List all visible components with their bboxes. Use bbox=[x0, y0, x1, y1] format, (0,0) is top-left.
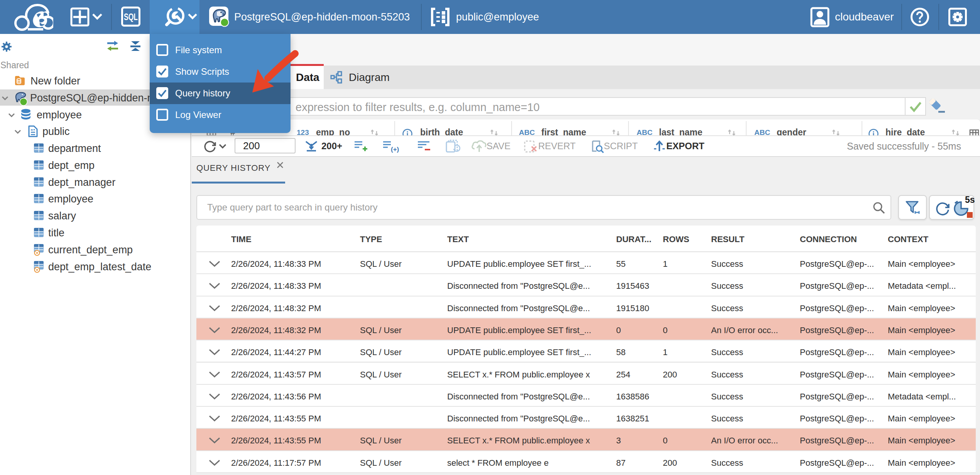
svg-text:SQL: SQL bbox=[124, 12, 138, 22]
svg-text:(+): (+) bbox=[391, 146, 399, 153]
